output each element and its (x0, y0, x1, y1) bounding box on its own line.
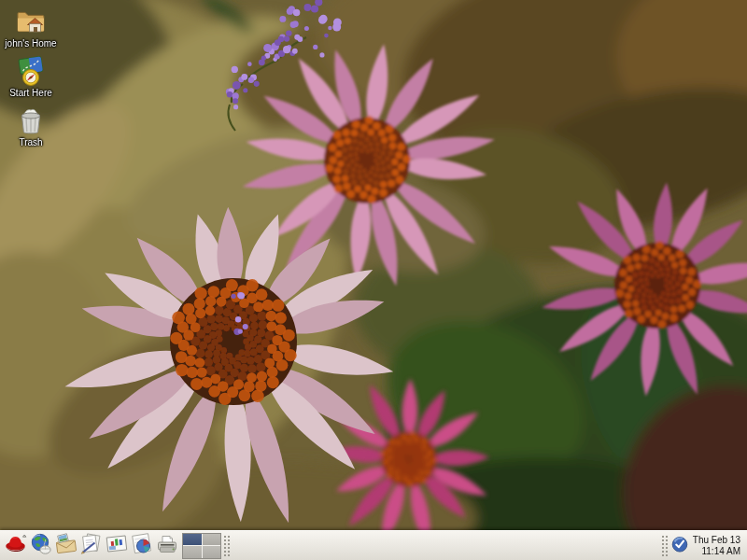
desktop-icon-start-here[interactable]: Start Here (1, 55, 61, 98)
pie-chart-icon (130, 532, 154, 560)
workspace-switcher[interactable] (182, 533, 221, 559)
clock-time: 11:14 AM (693, 546, 740, 557)
spreadsheet-launcher[interactable] (129, 533, 154, 559)
panel-drag-handle[interactable] (661, 535, 668, 557)
workspace-cell[interactable] (203, 546, 221, 558)
presentation-launcher[interactable] (104, 533, 129, 559)
slide-chart-icon (105, 532, 129, 560)
alert-check-icon (671, 536, 688, 556)
web-browser-launcher[interactable] (28, 533, 53, 559)
desktop-icon-column: john's Home Start Here (1, 6, 63, 154)
gnome-panel: Thu Feb 13 11:14 AM (0, 530, 747, 560)
red-hat-menu-icon (4, 532, 28, 560)
desktop-icon-trash[interactable]: Trash (1, 105, 61, 147)
word-processor-launcher[interactable] (78, 533, 104, 559)
clock-applet[interactable]: Thu Feb 13 11:14 AM (693, 535, 744, 556)
workspace-cell-active[interactable] (183, 534, 202, 546)
panel-drag-handle[interactable] (223, 535, 230, 557)
desktop-icon-label: Trash (19, 137, 42, 147)
printer-icon (155, 532, 179, 560)
workspace-cell[interactable] (183, 546, 202, 558)
clock-date: Thu Feb 13 (693, 535, 740, 546)
workspace-cell[interactable] (203, 534, 221, 546)
desktop-icon-label: john's Home (5, 38, 56, 49)
start-here-icon (14, 55, 48, 87)
print-manager-launcher[interactable] (154, 533, 179, 559)
desktop-icon-johns-home[interactable]: john's Home (1, 6, 61, 49)
globe-mouse-icon (29, 532, 53, 560)
desktop-wallpaper[interactable] (0, 0, 747, 560)
trash-icon (14, 105, 48, 136)
desktop-icon-label: Start Here (9, 88, 52, 98)
desktop: john's Home Start Here (0, 0, 747, 560)
email-launcher[interactable] (53, 533, 78, 559)
update-alert-button[interactable] (671, 536, 688, 556)
documents-pen-icon (79, 532, 104, 560)
home-folder-icon (14, 6, 48, 37)
envelope-icon (54, 532, 78, 560)
main-menu-button[interactable] (3, 533, 28, 559)
